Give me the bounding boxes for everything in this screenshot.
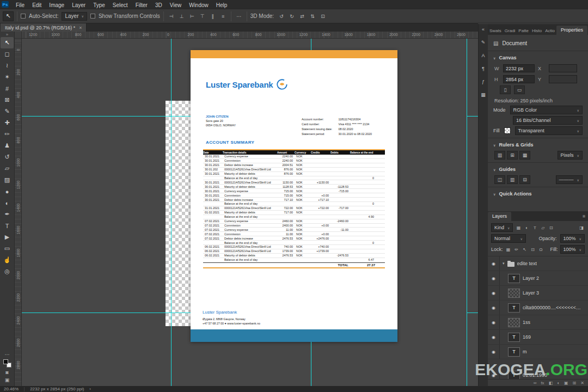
visibility-cell[interactable]: ◉ [488,330,500,344]
move-tool[interactable]: ↖ [1,37,14,48]
visibility-cell[interactable]: ◉ [488,286,500,300]
path-selection-tool[interactable]: ▶ [1,231,14,243]
visibility-cell[interactable]: ◉ [488,301,500,315]
scale-3d-icon[interactable]: ⊡ [318,12,327,20]
quick-selection-tool[interactable]: ✶ [1,71,14,83]
hand-tool[interactable]: ☝ [1,254,14,266]
menu-item[interactable]: Image [45,2,68,8]
distribute-v-icon[interactable]: ∥ [209,12,217,20]
history-brush-tool[interactable]: ↺ [1,151,14,163]
color-mode-dropdown[interactable]: RGB Color ∨ [510,106,583,114]
more-options-icon[interactable]: ⋯ [235,12,243,20]
delete-layer-icon[interactable]: ✕ [580,381,584,385]
guide-vertical-center-top[interactable] [311,39,311,50]
screen-mode-icon[interactable]: ▣ [5,377,10,383]
align-right-icon[interactable]: ⊢ [188,12,197,20]
quick-actions-section-header[interactable]: ∨ Quick Actions [493,190,583,198]
status-chevron-icon[interactable]: › [89,387,91,391]
ruler-toggle-icon[interactable]: ▥ [494,151,505,160]
auto-select-checkbox[interactable] [21,14,26,19]
visibility-cell[interactable]: ◉ [488,315,500,329]
y-input[interactable] [549,75,577,83]
edit-toolbar-icon[interactable]: ⋯ [5,352,10,357]
clear-guides-icon[interactable]: ⊟ [519,175,530,184]
glyphs-panel-icon[interactable]: ƒ [482,79,485,84]
marquee-tool[interactable]: ◻ [1,48,14,60]
menu-item[interactable]: Filter [132,2,151,8]
guide-horizontal-top-right[interactable] [467,116,478,117]
snap-toggle-icon[interactable]: ▦ [519,151,530,160]
shape-tool[interactable]: ▭ [1,243,14,254]
clone-stamp-tool[interactable]: ♟ [1,140,14,151]
group-expand-icon[interactable]: ▾ [503,261,505,266]
foreground-color-swatch[interactable] [3,359,8,364]
layer-row[interactable]: ◉ ▾ T 1ss [488,315,588,330]
layer-effects-icon[interactable]: fx [541,381,544,385]
menu-item[interactable]: Edit [28,2,45,8]
guide-horizontal-bottom-right[interactable] [467,313,478,313]
panel-tab[interactable]: Patte [517,27,530,35]
guide-horizontal-bottom-left[interactable] [22,313,191,313]
expand-tools-icon[interactable]: » [6,32,8,37]
guide-vertical-center-bottom[interactable] [311,342,311,386]
guide-vertical-left[interactable] [171,39,171,386]
lock-pixels-icon[interactable]: ✏ [513,247,520,252]
link-layers-icon[interactable]: ∞ [534,381,537,385]
lock-all-icon[interactable]: Ω [538,247,544,252]
filter-toggle-icon[interactable]: ◨ [578,225,585,230]
guide-vertical-right[interactable] [467,39,467,386]
filter-type-layers-icon[interactable]: T [531,225,538,230]
eyedropper-tool[interactable]: ✎ [1,106,14,117]
layer-mask-icon[interactable]: ◧ [549,381,553,385]
menu-item[interactable]: Type [89,2,109,8]
menu-item[interactable]: Window [185,2,212,8]
visibility-cell[interactable]: ◉ [488,345,500,359]
layer-group-icon[interactable]: ▣ [564,381,568,385]
filter-shape-layers-icon[interactable]: ▱ [540,225,546,230]
guide-horizontal-top-left[interactable] [22,116,191,117]
document-tab[interactable]: Italy id.psd @ 20.7% (RGB/16) * × [1,23,87,32]
slide-3d-icon[interactable]: ⇅ [308,12,317,20]
libraries-panel-icon[interactable]: ▦ [481,92,486,97]
add-guide-icon[interactable]: ◫ [494,175,505,184]
blur-tool[interactable]: ● [1,186,14,197]
type-tool[interactable]: T [1,220,14,231]
guides-section-header[interactable]: ∨ Guides [493,166,583,173]
adjustment-layer-icon[interactable]: ◐ [557,381,560,385]
auto-select-target-dropdown[interactable]: Layer ∨ [62,12,87,21]
visibility-cell[interactable]: ◉ [488,271,500,285]
zoom-tool[interactable]: ◎ [1,266,14,277]
menu-item[interactable]: Select [109,2,132,8]
healing-brush-tool[interactable]: ✚ [1,117,14,128]
distribute-h-icon[interactable]: ≡ [219,12,228,20]
filter-adjustment-layers-icon[interactable]: ◐ [523,225,530,230]
rulers-grids-section-header[interactable]: ∨ Rulers & Grids [493,141,583,149]
menu-item[interactable]: Help [212,2,231,8]
tab-layers[interactable]: Layers [488,212,511,221]
vertical-ruler[interactable]: 0200400600800100012001400160018002000220… [15,39,22,386]
guide-layout-icon[interactable]: ▥ [507,175,518,184]
zoom-level[interactable]: 20.46% [4,387,19,391]
new-layer-icon[interactable]: ⊞ [573,381,577,385]
layers-panel-menu-icon[interactable]: ≡ [580,212,588,221]
crop-tool[interactable]: # [1,83,14,94]
show-transform-checkbox[interactable] [90,14,95,19]
panel-tab[interactable]: Actio [543,27,556,35]
layer-row[interactable]: ◉ ▾ T cilta9000000....<<<<<<<<0 id... [488,301,588,315]
width-input[interactable]: 2232 px [503,64,535,72]
current-tool-icon[interactable]: ↖ [3,11,14,21]
dodge-tool[interactable]: ◐ [1,197,14,209]
align-center-h-icon[interactable]: ⊥ [177,12,186,20]
landscape-orientation-icon[interactable]: ▭ [514,85,525,94]
layer-row[interactable]: ◉ ▾ T Layer 3 [488,286,588,301]
canvas-area[interactable]: Luster Sparebank JOHN CITIZEN Sons gate … [22,39,478,386]
menu-item[interactable]: File [12,2,28,8]
paragraph-panel-icon[interactable]: ¶ [482,66,485,71]
canvas-section-header[interactable]: ∨ Canvas [493,54,583,62]
filter-kind-dropdown[interactable]: Kind ∨ [491,223,513,232]
lasso-tool[interactable]: ≀ [1,60,14,71]
character-panel-icon[interactable]: A [481,53,485,58]
panel-tab[interactable]: Swats [488,27,503,35]
filter-pixel-layers-icon[interactable]: ▦ [515,225,522,230]
collapse-panels-icon[interactable]: « [482,27,485,32]
